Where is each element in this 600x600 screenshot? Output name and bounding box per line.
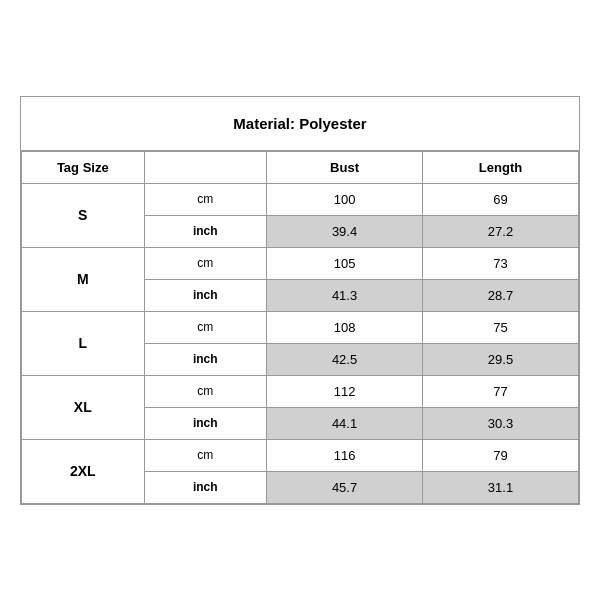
bust-value: 41.3 [267, 279, 423, 311]
length-value: 73 [423, 247, 579, 279]
tag-size-header: Tag Size [22, 151, 145, 183]
length-value: 28.7 [423, 279, 579, 311]
length-value: 31.1 [423, 471, 579, 503]
size-chart: Material: Polyester Tag Size Bust Length… [20, 96, 580, 505]
unit-cell: inch [144, 279, 267, 311]
unit-cell: inch [144, 215, 267, 247]
bust-value: 112 [267, 375, 423, 407]
unit-cell: inch [144, 343, 267, 375]
tag-size-cell: M [22, 247, 145, 311]
unit-cell: cm [144, 247, 267, 279]
unit-cell: cm [144, 375, 267, 407]
unit-cell: inch [144, 471, 267, 503]
bust-value: 42.5 [267, 343, 423, 375]
length-value: 79 [423, 439, 579, 471]
length-value: 69 [423, 183, 579, 215]
table-row: Mcm10573 [22, 247, 579, 279]
bust-value: 105 [267, 247, 423, 279]
bust-value: 44.1 [267, 407, 423, 439]
length-value: 77 [423, 375, 579, 407]
bust-value: 39.4 [267, 215, 423, 247]
bust-value: 100 [267, 183, 423, 215]
tag-size-cell: S [22, 183, 145, 247]
tag-size-cell: L [22, 311, 145, 375]
unit-cell: cm [144, 311, 267, 343]
bust-value: 45.7 [267, 471, 423, 503]
table-row: Lcm10875 [22, 311, 579, 343]
length-value: 30.3 [423, 407, 579, 439]
unit-cell: cm [144, 439, 267, 471]
table-row: 2XLcm11679 [22, 439, 579, 471]
unit-cell: inch [144, 407, 267, 439]
length-value: 75 [423, 311, 579, 343]
tag-size-cell: XL [22, 375, 145, 439]
chart-title: Material: Polyester [21, 97, 579, 151]
length-header: Length [423, 151, 579, 183]
length-value: 29.5 [423, 343, 579, 375]
header-row: Tag Size Bust Length [22, 151, 579, 183]
unit-header [144, 151, 267, 183]
table-row: XLcm11277 [22, 375, 579, 407]
unit-cell: cm [144, 183, 267, 215]
bust-header: Bust [267, 151, 423, 183]
size-table: Tag Size Bust Length Scm10069inch39.427.… [21, 151, 579, 504]
length-value: 27.2 [423, 215, 579, 247]
tag-size-cell: 2XL [22, 439, 145, 503]
bust-value: 116 [267, 439, 423, 471]
bust-value: 108 [267, 311, 423, 343]
table-row: Scm10069 [22, 183, 579, 215]
